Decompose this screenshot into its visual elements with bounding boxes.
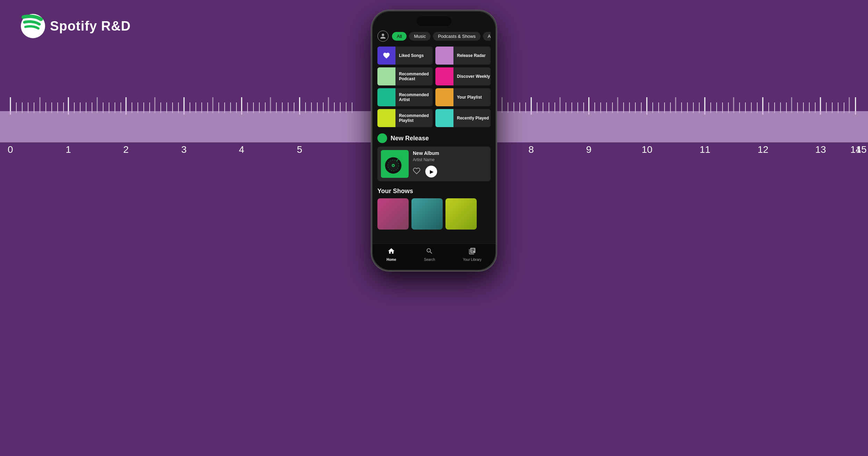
- filter-podcasts[interactable]: Podcasts & Shows: [433, 32, 480, 41]
- recommended-podcast-color: [377, 67, 395, 85]
- power-button: [496, 81, 496, 112]
- svg-text:15: 15: [856, 144, 867, 155]
- bottom-nav: Home Search Your L: [373, 243, 495, 270]
- filter-audiobooks[interactable]: Audiobo...: [483, 32, 491, 41]
- new-release-dot: [377, 133, 387, 143]
- album-actions: ▶: [413, 166, 487, 177]
- brand-logo: Spotify R&D: [21, 14, 131, 38]
- user-avatar[interactable]: [377, 31, 389, 42]
- liked-songs-color: [377, 47, 395, 65]
- svg-text:13: 13: [815, 144, 826, 155]
- play-icon: ▶: [430, 169, 434, 174]
- library-icon: [468, 247, 476, 256]
- home-icon: [387, 247, 395, 256]
- svg-text:0: 0: [8, 144, 13, 155]
- svg-text:5: 5: [297, 144, 302, 155]
- screen-header: All Music Podcasts & Shows Audiobo...: [377, 31, 491, 42]
- liked-songs-item[interactable]: Liked Songs: [377, 47, 433, 65]
- new-release-title: New Release: [391, 135, 429, 142]
- recommended-playlist-label: Recommended Playlist: [399, 113, 433, 123]
- volume-down-button: [372, 103, 372, 124]
- svg-text:8: 8: [528, 144, 534, 155]
- recently-played-label: Recently Played: [457, 116, 489, 121]
- mute-button: [372, 60, 372, 73]
- volume-up-button: [372, 77, 372, 98]
- discover-weekly-color: [435, 67, 453, 85]
- recommended-podcast-item[interactable]: Recommended Podcast: [377, 67, 433, 85]
- filter-music[interactable]: Music: [409, 32, 431, 41]
- your-playlist-label: Your Playlist: [457, 95, 482, 100]
- your-playlist-item[interactable]: Your Playlist: [435, 88, 491, 106]
- album-art: [381, 150, 409, 178]
- release-radar-color: [435, 47, 453, 65]
- svg-text:2: 2: [123, 144, 129, 155]
- album-artist: Artist Name: [413, 157, 487, 162]
- like-button[interactable]: [413, 167, 420, 176]
- album-info: New Album Artist Name ▶: [413, 150, 487, 177]
- show-card-1[interactable]: [377, 198, 409, 230]
- phone-screen: All Music Podcasts & Shows Audiobo... Li…: [373, 11, 495, 270]
- svg-text:12: 12: [758, 144, 768, 155]
- release-radar-item[interactable]: Release Radar: [435, 47, 491, 65]
- recommended-playlist-color: [377, 109, 395, 127]
- svg-text:11: 11: [700, 144, 710, 155]
- new-release-header: New Release: [377, 133, 491, 143]
- svg-text:4: 4: [239, 144, 244, 155]
- svg-text:10: 10: [642, 144, 652, 155]
- discover-weekly-item[interactable]: Discover Weekly: [435, 67, 491, 85]
- svg-text:3: 3: [181, 144, 187, 155]
- recommended-playlist-item[interactable]: Recommended Playlist: [377, 109, 433, 127]
- nav-home-label: Home: [386, 258, 396, 262]
- your-playlist-color: [435, 88, 453, 106]
- filter-all[interactable]: All: [392, 32, 407, 41]
- svg-point-148: [393, 165, 394, 166]
- quick-access-grid: Liked Songs Release Radar Recommended Po…: [377, 47, 491, 127]
- brand-name: Spotify R&D: [50, 19, 131, 34]
- recently-played-color: [435, 109, 453, 127]
- screen-content[interactable]: All Music Podcasts & Shows Audiobo... Li…: [373, 11, 495, 243]
- svg-text:9: 9: [586, 144, 592, 155]
- nav-search[interactable]: Search: [424, 247, 435, 262]
- album-title: New Album: [413, 150, 487, 156]
- your-shows-title: Your Shows: [377, 188, 491, 195]
- search-icon: [426, 247, 433, 256]
- phone-shell: All Music Podcasts & Shows Audiobo... Li…: [372, 10, 496, 271]
- phone-mockup: All Music Podcasts & Shows Audiobo... Li…: [372, 10, 496, 271]
- filter-pills: All Music Podcasts & Shows Audiobo...: [392, 32, 491, 41]
- nav-library-label: Your Library: [463, 258, 482, 262]
- svg-text:1: 1: [66, 144, 71, 155]
- play-button[interactable]: ▶: [425, 166, 437, 177]
- dynamic-island: [417, 16, 451, 26]
- liked-songs-label: Liked Songs: [399, 53, 424, 58]
- recently-played-item[interactable]: Recently Played: [435, 109, 491, 127]
- recommended-artist-item[interactable]: Recommended Artist: [377, 88, 433, 106]
- release-radar-label: Release Radar: [457, 53, 486, 58]
- spotify-icon: [21, 14, 45, 38]
- discover-weekly-label: Discover Weekly: [457, 74, 490, 79]
- recommended-artist-label: Recommended Artist: [399, 92, 433, 102]
- recommended-artist-color: [377, 88, 395, 106]
- show-card-3[interactable]: [445, 198, 477, 230]
- nav-library[interactable]: Your Library: [463, 247, 482, 262]
- recommended-podcast-label: Recommended Podcast: [399, 72, 433, 82]
- show-card-2[interactable]: [411, 198, 443, 230]
- new-release-card[interactable]: New Album Artist Name ▶: [377, 147, 491, 181]
- shows-row: [377, 198, 491, 230]
- nav-home[interactable]: Home: [386, 247, 396, 262]
- nav-search-label: Search: [424, 258, 435, 262]
